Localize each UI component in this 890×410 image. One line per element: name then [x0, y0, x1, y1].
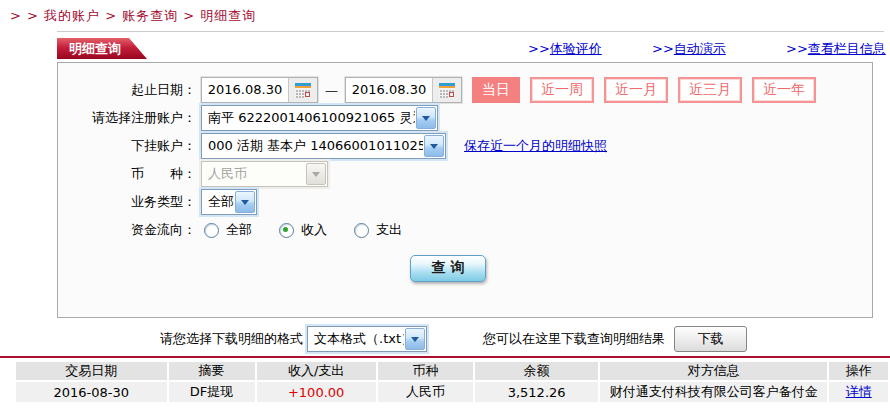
breadcrumb: > > 我的账户 > 账务查询 > 明细查询: [10, 7, 256, 25]
divider: [57, 31, 884, 32]
download-hint: 您可以在这里下载查询明细结果: [483, 330, 665, 348]
sub-account-label: 下挂账户：: [58, 137, 196, 155]
date-separator: —: [325, 83, 338, 98]
radio-icon[interactable]: [279, 223, 294, 238]
quick-range-3months-button[interactable]: 近三月: [678, 77, 742, 103]
table-top-rule: [0, 356, 890, 358]
header-currency: 币种: [378, 362, 473, 380]
fund-flow-group: 全部 收入 支出: [204, 221, 429, 239]
double-arrow-icon: >>: [786, 41, 808, 56]
link-label: 查看栏目信息: [808, 41, 886, 56]
quick-range-today-button[interactable]: 当日: [472, 77, 520, 103]
tab-label: 明细查询: [69, 41, 121, 56]
date-range-row: 起止日期： 2016.08.30: [58, 76, 872, 104]
fund-flow-option-label: 支出: [376, 221, 402, 239]
transaction-table: 交易日期 摘要 收入/支出 币种 余额 对方信息 操作 2016-08-30 D…: [14, 360, 890, 404]
chevron-down-icon: [306, 163, 326, 185]
register-account-row: 请选择注册账户： 南平 6222001406100921065 灵通卡: [58, 104, 872, 132]
cell-balance: 3,512.26: [475, 382, 598, 402]
calendar-icon[interactable]: [288, 78, 317, 102]
end-date-value[interactable]: 2016.08.30: [346, 78, 432, 102]
start-date-value[interactable]: 2016.08.30: [202, 78, 288, 102]
cell-currency: 人民币: [378, 382, 473, 402]
download-format-label: 请您选择下载明细的格式: [160, 330, 303, 348]
header-balance: 余额: [475, 362, 598, 380]
download-format-select[interactable]: 文本格式（.txt）: [307, 326, 427, 352]
end-date-field[interactable]: 2016.08.30: [345, 77, 462, 103]
chevron-down-icon[interactable]: [235, 191, 255, 213]
link-label: 自动演示: [674, 41, 726, 56]
header-amount: 收入/支出: [257, 362, 376, 380]
quick-range-week-button[interactable]: 近一周: [530, 77, 594, 103]
table-header-row: 交易日期 摘要 收入/支出 币种 余额 对方信息 操作: [16, 362, 888, 380]
fund-flow-row: 资金流向： 全部 收入 支出: [58, 216, 872, 244]
date-range-label: 起止日期：: [58, 81, 196, 99]
download-button[interactable]: 下载: [674, 326, 747, 352]
download-format-value: 文本格式（.txt）: [308, 330, 404, 348]
currency-row: 币 种： 人民币: [58, 160, 872, 188]
chevron-down-icon[interactable]: [405, 328, 425, 350]
cell-trade-date: 2016-08-30: [16, 382, 167, 402]
biz-type-label: 业务类型：: [58, 193, 196, 211]
currency-value: 人民币: [202, 165, 305, 183]
radio-icon[interactable]: [204, 223, 219, 238]
header-counterparty: 对方信息: [600, 362, 827, 380]
query-button[interactable]: 查 询: [410, 255, 486, 282]
query-form-panel: 起止日期： 2016.08.30: [57, 62, 873, 318]
fund-flow-option-2[interactable]: 支出: [354, 221, 402, 239]
currency-select: 人民币: [201, 161, 328, 187]
header-trade-date: 交易日期: [16, 362, 167, 380]
register-account-select[interactable]: 南平 6222001406100921065 灵通卡: [201, 105, 438, 131]
detail-query-page: > > 我的账户 > 账务查询 > 明细查询 明细查询 >>体验评价 >>自动演…: [0, 0, 890, 410]
chevron-down-icon[interactable]: [416, 107, 436, 129]
sub-account-select[interactable]: 000 活期 基本户 1406600101102571848: [201, 133, 446, 159]
double-arrow-icon: >>: [528, 41, 550, 56]
cell-action: 详情: [829, 382, 888, 402]
cell-counterparty: 财付通支付科技有限公司客户备付金: [600, 382, 827, 402]
link-label: 体验评价: [550, 41, 602, 56]
sub-account-row: 下挂账户： 000 活期 基本户 1406600101102571848 保存近…: [58, 132, 872, 160]
radio-icon[interactable]: [354, 223, 369, 238]
biz-type-value: 全部: [202, 193, 234, 211]
quick-range-year-button[interactable]: 近一年: [752, 77, 816, 103]
register-account-value: 南平 6222001406100921065 灵通卡: [202, 109, 415, 127]
currency-label: 币 种：: [58, 165, 196, 183]
fund-flow-option-1[interactable]: 收入: [279, 221, 327, 239]
save-snapshot-link[interactable]: 保存近一个月的明细快照: [464, 137, 607, 155]
fund-flow-label: 资金流向：: [58, 221, 196, 239]
quick-range-month-button[interactable]: 近一月: [604, 77, 668, 103]
sub-account-value: 000 活期 基本户 1406600101102571848: [202, 137, 423, 155]
link-view-column-info[interactable]: >>查看栏目信息: [786, 40, 886, 58]
fund-flow-option-0[interactable]: 全部: [204, 221, 252, 239]
calendar-icon[interactable]: [432, 78, 461, 102]
biz-type-select[interactable]: 全部: [201, 189, 257, 215]
double-arrow-icon: >>: [652, 41, 674, 56]
register-account-label: 请选择注册账户：: [58, 109, 196, 127]
header-summary: 摘要: [169, 362, 255, 380]
link-auto-demo[interactable]: >>自动演示: [652, 40, 726, 58]
detail-link[interactable]: 详情: [846, 384, 872, 399]
chevron-down-icon[interactable]: [424, 135, 444, 157]
fund-flow-option-label: 全部: [226, 221, 252, 239]
table-row: 2016-08-30 DF提现 +100.00 人民币 3,512.26 财付通…: [16, 382, 888, 402]
download-row: 请您选择下载明细的格式 文本格式（.txt） 您可以在这里下载查询明细结果 下载: [0, 325, 890, 353]
tab-detail-query[interactable]: 明细查询: [57, 38, 147, 59]
query-button-row: 查 询: [58, 254, 872, 282]
cell-amount: +100.00: [257, 382, 376, 402]
start-date-field[interactable]: 2016.08.30: [201, 77, 318, 103]
fund-flow-option-label: 收入: [301, 221, 327, 239]
link-experience-review[interactable]: >>体验评价: [528, 40, 602, 58]
cell-summary: DF提现: [169, 382, 255, 402]
header-action: 操作: [829, 362, 888, 380]
biz-type-row: 业务类型： 全部: [58, 188, 872, 216]
